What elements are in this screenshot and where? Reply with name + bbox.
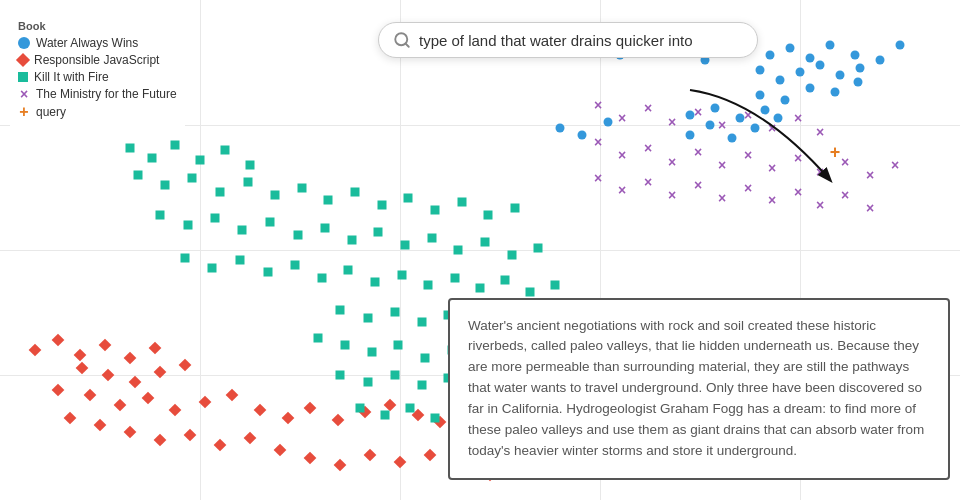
data-point-ministry: × <box>594 135 602 149</box>
data-point-water <box>831 88 840 97</box>
data-point-fire <box>271 191 280 200</box>
data-point-ministry: × <box>891 158 899 172</box>
data-point-ministry: × <box>618 111 626 125</box>
data-point-fire <box>264 268 273 277</box>
data-point-javascript <box>29 344 42 357</box>
data-point-fire <box>394 341 403 350</box>
data-point-javascript <box>94 419 107 432</box>
data-point-ministry: × <box>694 145 702 159</box>
data-point-fire <box>351 188 360 197</box>
data-point-javascript <box>124 352 137 365</box>
data-point-water <box>826 41 835 50</box>
data-point-fire <box>208 264 217 273</box>
data-point-ministry: × <box>744 108 752 122</box>
data-point-water <box>816 61 825 70</box>
data-point-fire <box>246 161 255 170</box>
data-point-water <box>776 76 785 85</box>
data-point-query: + <box>830 143 841 161</box>
data-point-fire <box>424 281 433 290</box>
data-point-fire <box>391 308 400 317</box>
data-point-fire <box>156 211 165 220</box>
data-point-ministry: × <box>841 155 849 169</box>
data-point-javascript <box>244 432 257 445</box>
data-point-fire <box>184 221 193 230</box>
search-icon <box>393 31 411 49</box>
data-point-water <box>604 118 613 127</box>
data-point-ministry: × <box>841 188 849 202</box>
data-point-fire <box>526 288 535 297</box>
ministry-x-icon: × <box>18 87 30 101</box>
data-point-fire <box>181 254 190 263</box>
data-point-water <box>876 56 885 65</box>
search-box[interactable]: type of land that water drains quicker i… <box>378 22 758 58</box>
data-point-water <box>781 96 790 105</box>
data-point-javascript <box>99 339 112 352</box>
data-point-ministry: × <box>668 115 676 129</box>
data-point-ministry: × <box>794 185 802 199</box>
legend: Book Water Always Wins Responsible JavaS… <box>10 14 185 129</box>
fire-square-icon <box>18 72 28 82</box>
data-point-ministry: × <box>644 101 652 115</box>
data-point-fire <box>238 226 247 235</box>
data-point-javascript <box>394 456 407 469</box>
data-point-fire <box>428 234 437 243</box>
data-point-ministry: × <box>744 148 752 162</box>
data-point-fire <box>188 174 197 183</box>
data-point-javascript <box>114 399 127 412</box>
query-plus-icon: + <box>18 104 30 120</box>
data-point-fire <box>211 214 220 223</box>
data-point-javascript <box>282 412 295 425</box>
data-point-javascript <box>424 449 437 462</box>
data-point-ministry: × <box>594 98 602 112</box>
data-point-water <box>856 64 865 73</box>
data-point-fire <box>431 414 440 423</box>
data-point-javascript <box>76 362 89 375</box>
data-point-fire <box>431 206 440 215</box>
data-point-javascript <box>214 439 227 452</box>
data-point-javascript <box>149 342 162 355</box>
data-point-fire <box>171 141 180 150</box>
data-point-ministry: × <box>718 118 726 132</box>
data-point-water <box>751 124 760 133</box>
data-point-water <box>796 68 805 77</box>
data-point-water <box>896 41 905 50</box>
data-point-fire <box>314 334 323 343</box>
data-point-fire <box>551 281 560 290</box>
data-point-fire <box>508 251 517 260</box>
data-point-fire <box>221 146 230 155</box>
data-point-water <box>711 104 720 113</box>
data-point-water <box>806 84 815 93</box>
data-point-ministry: × <box>668 155 676 169</box>
data-point-fire <box>378 201 387 210</box>
legend-title: Book <box>18 20 177 32</box>
data-point-javascript <box>332 414 345 427</box>
data-point-fire <box>244 178 253 187</box>
data-point-fire <box>451 274 460 283</box>
data-point-javascript <box>226 389 239 402</box>
data-point-javascript <box>304 452 317 465</box>
data-point-fire <box>216 188 225 197</box>
data-point-water <box>854 78 863 87</box>
legend-label-query: query <box>36 105 66 119</box>
data-point-fire <box>126 144 135 153</box>
data-point-fire <box>454 246 463 255</box>
data-point-fire <box>476 284 485 293</box>
data-point-ministry: × <box>768 193 776 207</box>
legend-label-javascript: Responsible JavaScript <box>34 53 159 67</box>
data-point-fire <box>236 256 245 265</box>
data-point-ministry: × <box>644 141 652 155</box>
data-point-javascript <box>74 349 87 362</box>
data-point-javascript <box>52 334 65 347</box>
legend-label-ministry: The Ministry for the Future <box>36 87 177 101</box>
data-point-fire <box>418 318 427 327</box>
data-point-fire <box>161 181 170 190</box>
data-point-ministry: × <box>744 181 752 195</box>
data-point-fire <box>381 411 390 420</box>
data-point-ministry: × <box>816 125 824 139</box>
data-point-ministry: × <box>768 161 776 175</box>
data-point-fire <box>266 218 275 227</box>
javascript-diamond-icon <box>16 53 30 67</box>
legend-item-ministry: × The Ministry for the Future <box>18 87 177 101</box>
data-point-javascript <box>124 426 137 439</box>
info-text: Water's ancient negotiations with rock a… <box>468 318 924 459</box>
